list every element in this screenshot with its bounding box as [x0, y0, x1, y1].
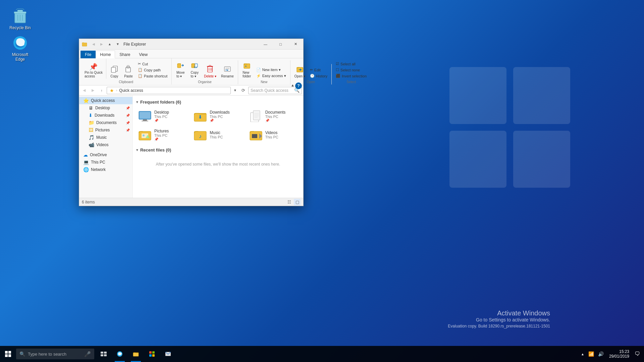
search-box[interactable]: 🔍	[248, 87, 302, 94]
recent-files-header[interactable]: ▼ Recent files (0)	[136, 147, 301, 153]
ribbon-content: 📌 Pin to Quickaccess Copy	[79, 58, 303, 85]
addr-back-button[interactable]: ◀	[80, 87, 88, 94]
sidebar-item-desktop[interactable]: 🖥 Desktop 📌	[79, 104, 132, 112]
time-display: 15:23	[609, 349, 629, 354]
delete-button[interactable]: Delete ▾	[202, 64, 218, 79]
select-none-icon: ☐	[336, 68, 339, 72]
volume-tray-icon[interactable]: 🔊	[597, 350, 605, 358]
music-folder-path: This PC	[210, 135, 223, 139]
folder-item-downloads[interactable]: ⬇ Downloads This PC 📌	[191, 107, 245, 125]
svg-rect-61	[101, 354, 103, 356]
addr-dropdown-button[interactable]: ▼	[232, 87, 238, 94]
pin-to-quick-access-button[interactable]: 📌 Pin to Quickaccess	[83, 63, 105, 79]
folder-item-desktop[interactable]: Desktop This PC 📌	[136, 107, 190, 125]
sidebar-item-network[interactable]: 🌐 Network	[79, 166, 132, 173]
tab-view[interactable]: View	[135, 51, 152, 58]
forward-button[interactable]: ▶	[98, 41, 105, 48]
taskbar-mail-button[interactable]	[160, 346, 176, 362]
maximize-button[interactable]: □	[273, 39, 288, 50]
desktop-folder-name: Desktop	[154, 110, 169, 115]
cut-button[interactable]: ✂ Cut	[136, 61, 169, 67]
action-center-button[interactable]: 🗨	[633, 350, 641, 358]
rename-button[interactable]: Rename	[219, 65, 236, 79]
search-input[interactable]	[251, 88, 293, 93]
downloads-folder-pin: 📌	[210, 119, 229, 122]
svg-text:♪: ♪	[199, 133, 202, 139]
recycle-bin-icon[interactable]: Recycle Bin	[7, 7, 34, 32]
open-button[interactable]: Open ▾	[292, 65, 307, 79]
file-explorer-window: ◀ ▶ ▲ ▼ File Explorer — □ ✕ File Home Sh…	[79, 39, 304, 206]
easy-access-button[interactable]: ⚡ Easy access ▾	[254, 73, 288, 79]
minimize-button[interactable]: —	[258, 39, 273, 50]
history-button[interactable]: 🕐 History	[308, 73, 329, 79]
taskbar-edge-button[interactable]	[112, 346, 128, 362]
sidebar-item-documents[interactable]: 📁 Documents 📌	[79, 119, 132, 126]
back-button[interactable]: ◀	[90, 41, 97, 48]
edge-icon[interactable]: Microsoft Edge	[7, 34, 34, 63]
open-group: Open ▾ ✏ Edit 🕐 History Open	[290, 64, 332, 84]
sidebar-item-this-pc[interactable]: 💻 This PC	[79, 159, 132, 166]
folder-item-documents[interactable]: Documents This PC 📌	[247, 107, 301, 125]
folder-item-pictures[interactable]: Pictures This PC 📌	[136, 126, 190, 143]
svg-text:⬇: ⬇	[198, 114, 202, 120]
details-view-button[interactable]: ☷	[286, 199, 292, 205]
collapse-ribbon-button[interactable]: ▲	[291, 83, 294, 87]
copy-to-button[interactable]: Copyto ▾	[188, 61, 201, 79]
select-all-icon: ☑	[336, 62, 339, 66]
taskbar-search-input[interactable]	[28, 352, 82, 357]
large-icons-view-button[interactable]: ▢	[294, 199, 301, 205]
network-tray-icon[interactable]: 📶	[587, 350, 595, 358]
start-button[interactable]	[0, 346, 16, 362]
taskbar-explorer-button[interactable]	[128, 346, 144, 362]
frequent-folders-header[interactable]: ▼ Frequent folders (6)	[136, 100, 301, 105]
addr-refresh-button[interactable]: ⟳	[239, 87, 247, 94]
sidebar-item-onedrive[interactable]: ☁ OneDrive	[79, 151, 132, 159]
close-button[interactable]: ✕	[288, 39, 303, 50]
notification-chevron[interactable]: ▲	[580, 351, 586, 357]
sidebar-item-quick-access[interactable]: ⭐ Quick access	[79, 97, 132, 104]
invert-selection-button[interactable]: ⬛ Invert selection	[334, 73, 369, 79]
documents-folder-info: Documents This PC 📌	[265, 110, 286, 122]
paste-shortcut-button[interactable]: 📋 Paste shortcut	[136, 73, 169, 79]
downloads-folder-name: Downloads	[210, 110, 229, 115]
copy-button[interactable]: Copy	[108, 65, 121, 79]
svg-point-48	[143, 134, 145, 136]
select-all-button[interactable]: ☑ Select all	[334, 61, 369, 67]
addr-up-button[interactable]: ↑	[98, 87, 105, 94]
frequent-folders-grid: Desktop This PC 📌 ⬇ Downloads This PC 📌	[136, 107, 301, 143]
music-folder-info: Music This PC	[210, 130, 223, 139]
help-button[interactable]: ?	[295, 82, 302, 89]
sidebar-item-videos[interactable]: 📹 Videos	[79, 141, 132, 148]
pictures-label: Pictures	[95, 128, 110, 132]
svg-rect-5	[14, 12, 26, 13]
select-none-button[interactable]: ☐ Select none	[334, 67, 369, 73]
new-item-button[interactable]: 📄 New item ▾	[254, 67, 288, 73]
taskbar-time[interactable]: 15:23 29/01/2019	[606, 348, 632, 360]
taskbar-search[interactable]: 🔍 🎤	[16, 349, 94, 359]
new-group: + Newfolder 📄 New item ▾ ⚡ Easy access ▾	[238, 60, 290, 84]
up-button[interactable]: ▲	[106, 41, 113, 48]
folder-item-videos[interactable]: Videos This PC	[247, 126, 301, 143]
sidebar-item-pictures[interactable]: 🖼 Pictures 📌	[79, 126, 132, 134]
address-field[interactable]: ★ › Quick access	[107, 87, 231, 94]
paste-button[interactable]: Paste	[122, 64, 135, 79]
documents-folder-path: This PC	[265, 115, 286, 119]
tab-home[interactable]: Home	[96, 51, 115, 58]
sidebar-item-music[interactable]: 🎵 Music	[79, 134, 132, 141]
recycle-bin-label: Recycle Bin	[9, 25, 31, 30]
folder-item-music[interactable]: ♪ Music This PC	[191, 126, 245, 143]
taskbar-store-button[interactable]	[144, 346, 160, 362]
copy-path-button[interactable]: 📋 Copy path	[136, 67, 169, 73]
move-to-button[interactable]: Moveto ▾	[174, 61, 187, 79]
tab-file[interactable]: File	[80, 51, 96, 58]
new-folder-button[interactable]: + Newfolder	[240, 61, 254, 79]
edit-button[interactable]: ✏ Edit	[308, 67, 329, 73]
pictures-folder-info: Pictures This PC 📌	[154, 129, 169, 141]
addr-forward-button[interactable]: ▶	[89, 87, 97, 94]
sidebar-item-downloads[interactable]: ⬇ Downloads 📌	[79, 112, 132, 119]
microphone-icon[interactable]: 🎤	[84, 351, 91, 357]
tab-share[interactable]: Share	[115, 51, 135, 58]
task-view-button[interactable]	[96, 346, 112, 362]
recent-files-empty: After you've opened some files, we'll sh…	[136, 155, 301, 173]
recent-button[interactable]: ▼	[114, 41, 121, 48]
